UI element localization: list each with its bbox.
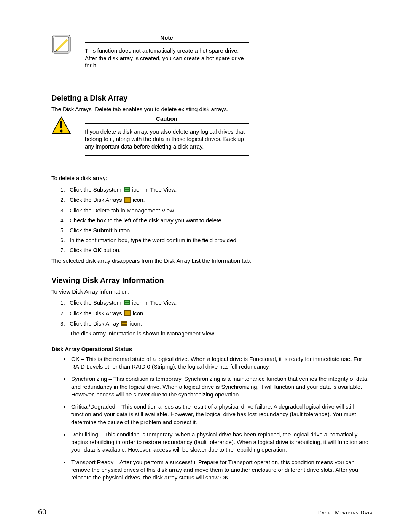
svg-point-6 [60,129,63,132]
list-item: Click the Subsystem icon in Tree View. [67,185,373,194]
svg-rect-11 [125,198,130,200]
list-item: OK – This is the normal state of a logic… [70,355,373,371]
page-number: 60 [38,507,46,517]
list-item: Critical/Degraded – This condition arise… [70,403,373,426]
note-icon [51,34,71,55]
svg-rect-7 [124,187,130,192]
list-item: Click the OK button. [67,246,373,254]
step3-sub: The disk array information is shown in M… [70,330,373,337]
svg-rect-9 [125,190,129,191]
disk-arrays-icon [124,197,131,204]
note-title: Note [85,34,249,41]
list-item: Click the Disk Arrays icon. [67,309,373,318]
list-item: Click the Subsystem icon in Tree View. [67,299,373,307]
list-item: Click the Disk Arrays icon. [67,196,373,204]
list-item: In the confirmation box, type the word c… [67,236,373,244]
list-item: Click the Disk Array icon. The disk arra… [67,320,373,337]
disk-array-icon [121,320,127,328]
delete-steps: Click the Subsystem icon in Tree View. C… [51,185,373,254]
caution-title: Caution [85,115,249,122]
delete-after: The selected disk array disappears from … [51,257,373,265]
svg-rect-5 [60,121,62,128]
delete-lead: To delete a disk array: [51,174,373,182]
disk-arrays-icon [124,310,131,318]
subsystem-icon [124,299,130,307]
list-item: Rebuilding – This condition is temporary… [70,431,373,454]
list-item: Transport Ready – After you perform a su… [70,459,373,482]
caution-icon [51,115,71,136]
svg-rect-15 [125,303,129,304]
viewing-steps: Click the Subsystem icon in Tree View. C… [51,299,373,337]
heading-opstatus: Disk Array Operational Status [51,346,373,352]
heading-deleting: Deleting a Disk Array [51,94,373,102]
list-item: Check the box to the left of the disk ar… [67,216,373,224]
svg-rect-8 [125,188,129,189]
svg-rect-20 [122,323,127,324]
footer-brand: Excel Meridian Data [318,510,373,516]
note-text: This function does not automatically cre… [85,47,249,69]
svg-rect-13 [124,300,130,305]
subsystem-icon [124,186,130,194]
svg-rect-12 [125,200,130,202]
list-item: Click the Submit button. [67,226,373,234]
heading-viewing: Viewing Disk Array Information [51,276,373,285]
svg-rect-18 [125,313,130,315]
deleting-intro: The Disk Arrays–Delete tab enables you t… [51,105,373,113]
viewing-lead: To view Disk Array information: [51,288,373,296]
caution-text: If you delete a disk array, you also del… [85,128,249,150]
opstatus-list: OK – This is the normal state of a logic… [51,355,373,482]
list-item: Synchronizing – This condition is tempor… [70,375,373,398]
svg-rect-17 [125,311,130,313]
svg-rect-14 [125,301,129,302]
list-item: Click the Delete tab in Management View. [67,206,373,214]
